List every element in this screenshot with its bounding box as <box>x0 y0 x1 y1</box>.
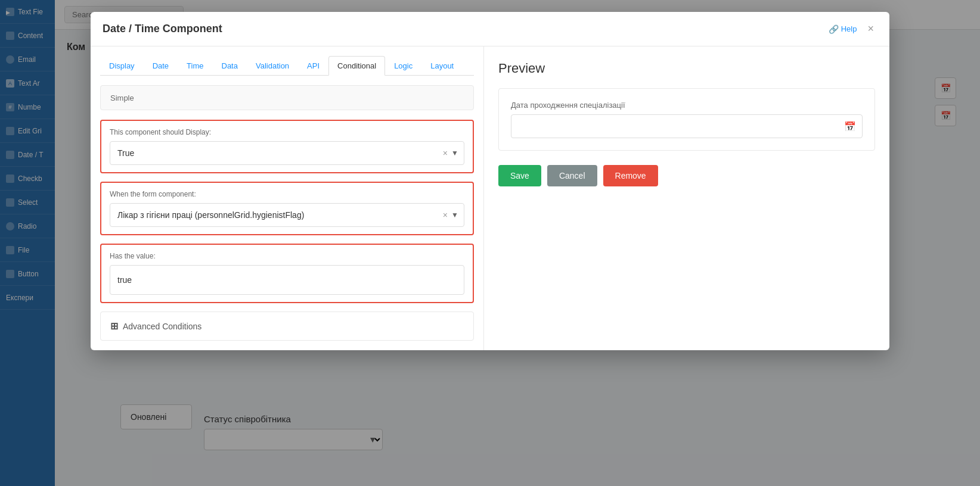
preview-date-text[interactable] <box>517 122 844 131</box>
tab-display[interactable]: Display <box>100 56 144 76</box>
help-link[interactable]: 🔗 Help <box>829 24 857 34</box>
form-component-label: When the form component: <box>110 190 464 198</box>
preview-title: Preview <box>498 61 875 76</box>
value-group: Has the value: <box>100 244 474 303</box>
tab-layout[interactable]: Layout <box>421 56 463 76</box>
modal-header: Date / Time Component 🔗 Help × <box>91 12 889 46</box>
modal-title: Date / Time Component <box>103 23 222 35</box>
left-panel: Display Date Time Data Validation API Co… <box>91 46 484 350</box>
display-select[interactable]: True False <box>110 141 464 165</box>
preview-field-label: Дата проходження спеціалізації <box>511 101 863 110</box>
form-component-group: When the form component: Лікар з гігієни… <box>100 182 474 235</box>
display-select-wrapper: True False × ▼ <box>110 141 464 165</box>
modal-header-right: 🔗 Help × <box>829 21 877 36</box>
cancel-button[interactable]: Cancel <box>547 165 597 186</box>
preview-box: Дата проходження спеціалізації 📅 <box>498 88 875 151</box>
close-button[interactable]: × <box>864 21 877 36</box>
tab-validation[interactable]: Validation <box>247 56 298 76</box>
form-component-select-wrapper: Лікар з гігієни праці (personnelGrid.hyg… <box>110 203 464 227</box>
advanced-conditions[interactable]: ⊞ Advanced Conditions <box>100 311 474 341</box>
tabs-bar: Display Date Time Data Validation API Co… <box>100 56 474 76</box>
modal-overlay: Date / Time Component 🔗 Help × Display D… <box>0 0 980 486</box>
action-buttons: Save Cancel Remove <box>498 165 875 186</box>
display-group-label: This component should Display: <box>110 128 464 136</box>
modal-dialog: Date / Time Component 🔗 Help × Display D… <box>91 12 889 350</box>
value-group-label: Has the value: <box>110 252 464 260</box>
tab-time[interactable]: Time <box>178 56 212 76</box>
plus-icon: ⊞ <box>110 320 118 332</box>
form-component-clear-btn[interactable]: × <box>443 210 448 220</box>
value-input[interactable] <box>110 265 464 295</box>
display-group: This component should Display: True Fals… <box>100 120 474 173</box>
tab-logic[interactable]: Logic <box>385 56 421 76</box>
advanced-conditions-label: Advanced Conditions <box>123 322 201 331</box>
modal-body: Display Date Time Data Validation API Co… <box>91 46 889 350</box>
tab-api[interactable]: API <box>298 56 328 76</box>
tab-conditional[interactable]: Conditional <box>328 56 385 76</box>
help-icon: 🔗 <box>829 24 839 34</box>
display-clear-btn[interactable]: × <box>443 148 448 158</box>
simple-section: Simple <box>100 85 474 110</box>
preview-date-input: 📅 <box>511 114 863 138</box>
right-panel: Preview Дата проходження спеціалізації 📅… <box>484 46 889 350</box>
tab-data[interactable]: Data <box>213 56 247 76</box>
save-button[interactable]: Save <box>498 165 541 186</box>
remove-button[interactable]: Remove <box>603 165 658 186</box>
calendar-icon: 📅 <box>844 121 856 132</box>
tab-date[interactable]: Date <box>144 56 178 76</box>
simple-label: Simple <box>110 94 134 102</box>
form-component-select[interactable]: Лікар з гігієни праці (personnelGrid.hyg… <box>110 203 464 227</box>
